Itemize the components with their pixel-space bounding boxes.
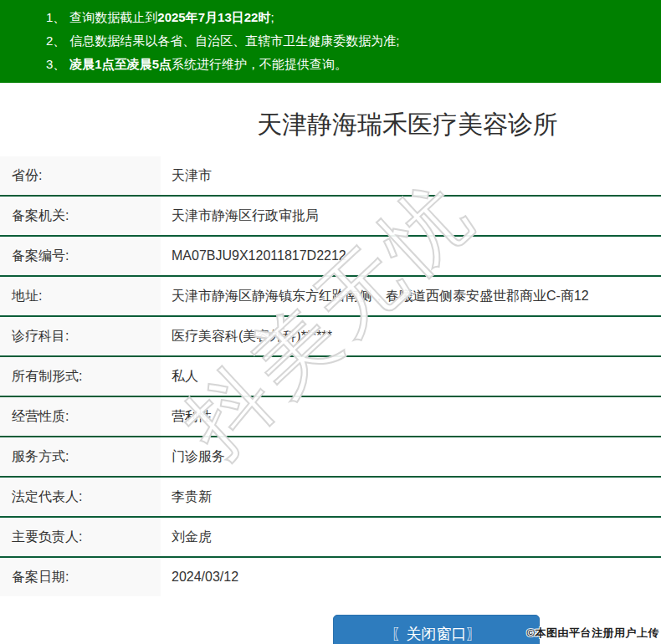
notice-banner: 1、查询数据截止到2025年7月13日22时; 2、信息数据结果以各省、自治区、… <box>0 0 661 83</box>
table-row-filing-number: 备案编号: MA07BJU9X12011817D2212 <box>0 235 661 275</box>
table-row-principal-person: 主要负责人: 刘金虎 <box>0 516 661 556</box>
row-label: 主要负责人: <box>0 518 161 556</box>
row-label: 诊疗科目: <box>0 317 161 355</box>
row-value: 营利性 <box>161 397 661 436</box>
row-label: 备案日期: <box>0 558 161 596</box>
row-value: 私人 <box>161 357 661 396</box>
page: 1、查询数据截止到2025年7月13日22时; 2、信息数据结果以各省、自治区、… <box>0 0 661 644</box>
notice-line-number: 3、 <box>46 57 69 71</box>
row-value: 2024/03/12 <box>161 558 661 596</box>
table-row-filing-authority: 备案机关: 天津市静海区行政审批局 <box>0 195 661 235</box>
table-row-business-nature: 经营性质: 营利性 <box>0 396 661 436</box>
row-label: 备案机关: <box>0 197 161 235</box>
notice-line-number: 2、 <box>46 33 69 48</box>
notice-text: ; <box>270 10 274 24</box>
row-label: 经营性质: <box>0 397 161 436</box>
row-label: 所有制形式: <box>0 357 161 396</box>
notice-text-bold: 凌晨1点至凌晨5点 <box>69 57 172 71</box>
notice-line-2: 2、信息数据结果以各省、自治区、直辖市卫生健康委数据为准; <box>46 29 653 53</box>
notice-line-number: 1、 <box>46 10 69 24</box>
notice-text: 信息数据结果以各省、自治区、直辖市卫生健康委数据为准; <box>69 33 399 48</box>
notice-text: 查询数据截止到 <box>69 10 157 24</box>
table-row-treatment-subjects: 诊疗科目: 医疗美容科(美容外科)****** <box>0 315 661 355</box>
row-label: 法定代表人: <box>0 478 161 516</box>
table-row-ownership-form: 所有制形式: 私人 <box>0 355 661 396</box>
table-row-province: 省份: 天津市 <box>0 156 661 195</box>
notice-line-3: 3、凌晨1点至凌晨5点系统进行维护，不能提供查询。 <box>46 53 653 76</box>
row-value: 刘金虎 <box>161 518 661 556</box>
notice-line-1: 1、查询数据截止到2025年7月13日22时; <box>46 6 653 29</box>
row-value: 天津市静海区行政审批局 <box>161 197 661 235</box>
row-label: 地址: <box>0 277 161 315</box>
table-row-service-mode: 服务方式: 门诊服务 <box>0 436 661 476</box>
row-value: 天津市静海区静海镇东方红路南侧，春曦道西侧泰安盛世郡商业C-商12 <box>161 277 661 315</box>
table-row-legal-representative: 法定代表人: 李贵新 <box>0 476 661 516</box>
table-row-address: 地址: 天津市静海区静海镇东方红路南侧，春曦道西侧泰安盛世郡商业C-商12 <box>0 275 661 315</box>
row-label: 省份: <box>0 156 161 195</box>
row-value: MA07BJU9X12011817D2212 <box>161 237 661 275</box>
row-label: 服务方式: <box>0 437 161 476</box>
table-row-filing-date: 备案日期: 2024/03/12 <box>0 556 661 596</box>
notice-text: 系统进行维护，不能提供查询。 <box>172 57 347 71</box>
row-value: 医疗美容科(美容外科)****** <box>161 317 661 355</box>
row-value: 门诊服务 <box>161 437 661 476</box>
row-value: 天津市 <box>161 156 661 195</box>
page-title: 天津静海瑞禾医疗美容诊所 <box>154 108 661 141</box>
record-table: 省份: 天津市 备案机关: 天津市静海区行政审批局 备案编号: MA07BJU9… <box>0 156 661 596</box>
platform-upload-badge: ©本图由平台注册用户上传 <box>526 626 659 641</box>
row-value: 李贵新 <box>161 478 661 516</box>
close-window-button[interactable]: 〖关闭窗口〗 <box>333 615 540 644</box>
notice-text-bold: 2025年7月13日22时 <box>157 10 270 24</box>
row-label: 备案编号: <box>0 237 161 275</box>
